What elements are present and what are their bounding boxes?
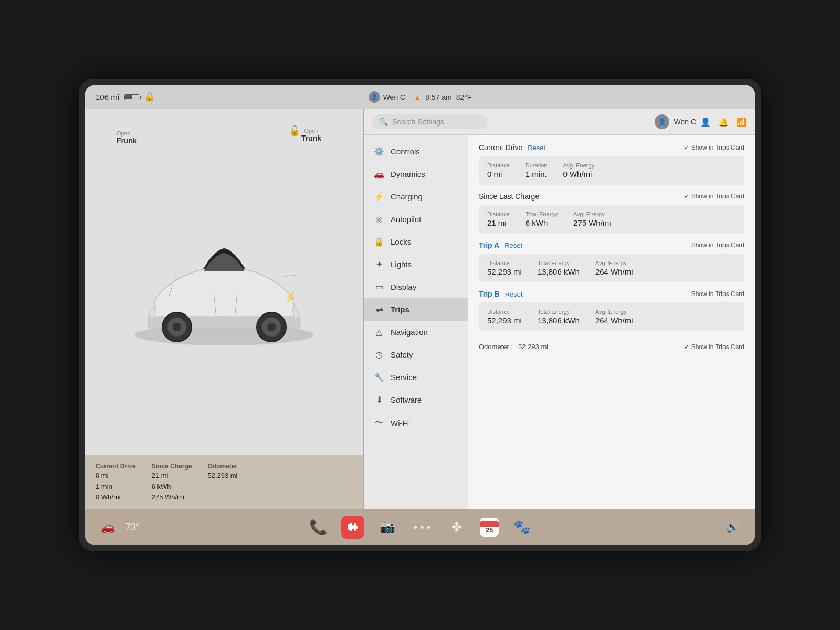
nav-item-trips[interactable]: ⇌ Trips bbox=[363, 298, 468, 321]
header-icons: 👤 🔔 📶 bbox=[700, 117, 747, 127]
since-charge-total-energy-item: Total Energy 6 kWh bbox=[526, 211, 558, 227]
odometer-label: Odometer bbox=[207, 463, 237, 470]
since-charge-distance: 21 mi bbox=[152, 471, 192, 480]
trip-b-data-row: Distance 52,293 mi Total Energy 13,806 k… bbox=[487, 309, 736, 325]
trunk-label: Open Trunk bbox=[301, 128, 321, 142]
trip-a-total-energy-item: Total Energy 13,806 kWh bbox=[538, 260, 580, 276]
trip-b-distance-label: Distance bbox=[487, 309, 522, 315]
frunk-open-text: Open bbox=[117, 130, 137, 136]
trip-a-title: Trip A bbox=[479, 241, 499, 249]
trip-b-distance-value: 52,293 mi bbox=[487, 316, 522, 325]
left-right-divider bbox=[363, 109, 364, 509]
checkmark-icon-current: ✓ bbox=[684, 144, 689, 151]
search-placeholder: Search Settings bbox=[392, 118, 444, 126]
nav-item-dynamics[interactable]: 🚗 Dynamics bbox=[363, 163, 468, 185]
calendar-header bbox=[480, 521, 499, 527]
nav-label-dynamics: Dynamics bbox=[391, 170, 425, 178]
since-last-charge-data-row: Distance 21 mi Total Energy 6 kWh Avg. E… bbox=[487, 211, 736, 227]
trip-a-show-trips-button[interactable]: Show in Trips Card bbox=[691, 242, 744, 249]
taskbar-calendar-button[interactable]: 25 bbox=[480, 518, 499, 537]
taskbar-camera-button[interactable]: 📷 bbox=[376, 516, 399, 539]
battery-fill bbox=[125, 95, 132, 99]
taskbar-audio-button[interactable] bbox=[341, 516, 364, 539]
stat-group-odometer: Odometer 52,293 mi bbox=[207, 463, 237, 502]
since-last-charge-show-trips-button[interactable]: ✓ Show in Trips Card bbox=[684, 193, 744, 200]
since-last-charge-card: Distance 21 mi Total Energy 6 kWh Avg. E… bbox=[479, 205, 744, 234]
software-icon: ⬇ bbox=[374, 395, 384, 405]
current-drive-avg-energy-item: Avg. Energy 0 Wh/mi bbox=[563, 162, 594, 178]
safety-icon: ◷ bbox=[374, 350, 384, 360]
nav-label-display: Display bbox=[391, 282, 416, 291]
nav-item-charging[interactable]: ⚡ Charging bbox=[363, 185, 468, 208]
stat-group-since-charge: Since Charge 21 mi 6 kWh 275 Wh/mi bbox=[152, 463, 192, 502]
nav-item-safety[interactable]: ◷ Safety bbox=[363, 343, 468, 366]
nav-label-lights: Lights bbox=[391, 260, 412, 269]
current-drive-reset-button[interactable]: Reset bbox=[528, 144, 545, 152]
taskbar-temperature: 73° bbox=[125, 522, 140, 533]
since-charge-distance-value: 21 mi bbox=[487, 218, 510, 227]
nav-item-wifi[interactable]: 〜 Wi-Fi bbox=[363, 411, 468, 435]
odometer-value: 52,293 mi bbox=[207, 471, 237, 480]
trip-a-data-row: Distance 52,293 mi Total Energy 13,806 k… bbox=[487, 260, 736, 276]
taskbar-phone-button[interactable]: 📞 bbox=[307, 516, 330, 539]
since-charge-total-energy-label: Total Energy bbox=[526, 211, 558, 217]
nav-label-safety: Safety bbox=[391, 350, 413, 359]
taskbar-paw-button[interactable]: 🐾 bbox=[510, 516, 533, 539]
trip-b-show-trips-button[interactable]: Show in Trips Card bbox=[691, 290, 744, 298]
bell-icon[interactable]: 🔔 bbox=[718, 117, 729, 127]
status-left: 106 mi 🔓 bbox=[96, 92, 369, 102]
taskbar-dots-button[interactable]: • • • bbox=[411, 516, 434, 539]
trip-a-avg-energy-label: Avg. Energy bbox=[595, 260, 633, 266]
trunk-title: Trunk bbox=[301, 134, 321, 142]
nav-item-lights[interactable]: ✦ Lights bbox=[363, 253, 468, 276]
charging-icon: ⚡ bbox=[374, 192, 384, 202]
since-charge-avg-energy-item: Avg. Energy 275 Wh/mi bbox=[573, 211, 611, 227]
search-icon: 🔍 bbox=[379, 118, 388, 126]
trip-a-avg-energy-item: Avg. Energy 264 Wh/mi bbox=[595, 260, 633, 276]
trip-a-reset-button[interactable]: Reset bbox=[505, 242, 522, 249]
current-drive-avg-energy-value: 0 Wh/mi bbox=[563, 170, 594, 178]
frunk-title: Frunk bbox=[117, 136, 137, 145]
taskbar-left: 🚗 73° bbox=[101, 520, 140, 534]
current-drive-duration-value: 1 min. bbox=[526, 170, 548, 178]
nav-item-controls[interactable]: ⚙️ Controls bbox=[363, 140, 468, 163]
since-charge-distance-item: Distance 21 mi bbox=[487, 211, 510, 227]
nav-item-locks[interactable]: 🔒 Locks bbox=[363, 230, 468, 253]
nav-item-autopilot[interactable]: ◎ Autopilot bbox=[363, 208, 468, 230]
taskbar-volume-icon[interactable]: 🔊 bbox=[726, 521, 739, 533]
temp-arrow: ▲ bbox=[414, 93, 421, 101]
taskbar-car-icon[interactable]: 🚗 bbox=[101, 520, 115, 534]
search-box[interactable]: 🔍 Search Settings bbox=[372, 114, 487, 129]
user-profile-row: 👤 Wen C 👤 🔔 📶 bbox=[655, 114, 747, 129]
person-icon[interactable]: 👤 bbox=[700, 117, 711, 127]
trip-b-reset-button[interactable]: Reset bbox=[505, 290, 523, 298]
audio-waveform-icon bbox=[347, 521, 359, 533]
current-drive-distance-value: 0 mi bbox=[487, 170, 510, 178]
svg-text:⚡: ⚡ bbox=[285, 292, 297, 303]
current-drive-show-trips-button[interactable]: ✓ Show in Trips Card bbox=[684, 144, 744, 151]
current-drive-duration-label: Duration bbox=[526, 162, 548, 169]
nav-item-navigation[interactable]: △ Navigation bbox=[363, 321, 468, 343]
since-charge-avg: 275 Wh/mi bbox=[152, 492, 192, 502]
car-illustration: ⚡ bbox=[119, 214, 329, 361]
nav-item-software[interactable]: ⬇ Software bbox=[363, 388, 468, 411]
nav-item-service[interactable]: 🔧 Service bbox=[363, 366, 468, 388]
current-drive-show-trips-label: Show in Trips Card bbox=[691, 144, 744, 151]
nav-label-charging: Charging bbox=[391, 192, 423, 201]
since-charge-label: Since Charge bbox=[152, 463, 192, 470]
bottom-stats: Current Drive 0 mi 1 min 0 Wh/mi Since C… bbox=[85, 455, 363, 509]
since-charge-avg-energy-value: 275 Wh/mi bbox=[573, 218, 611, 227]
user-name-display: Wen C bbox=[674, 118, 696, 126]
trip-a-distance-item: Distance 52,293 mi bbox=[487, 260, 522, 276]
battery-bar-outline bbox=[124, 94, 139, 100]
controls-icon: ⚙️ bbox=[374, 146, 384, 156]
wifi-header-icon[interactable]: 📶 bbox=[736, 117, 747, 127]
nav-label-controls: Controls bbox=[391, 147, 420, 156]
car-view-area: Open Frunk Open Trunk 🔓 bbox=[85, 109, 363, 455]
status-temperature: 82°F bbox=[456, 93, 472, 101]
nav-item-display[interactable]: ▭ Display bbox=[363, 276, 468, 298]
calendar-date: 25 bbox=[486, 527, 493, 533]
trip-a-distance-label: Distance bbox=[487, 260, 522, 266]
odometer-show-trips-button[interactable]: ✓ Show in Trips Card bbox=[684, 343, 744, 351]
taskbar-fan-button[interactable]: ✤ bbox=[445, 516, 468, 539]
